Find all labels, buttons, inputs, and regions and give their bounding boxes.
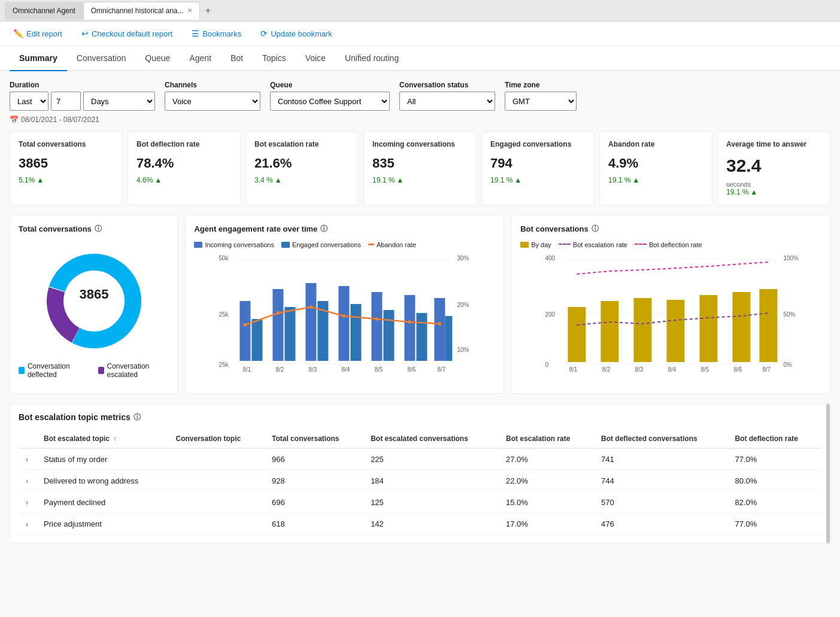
kpi-title: Incoming conversations	[372, 140, 468, 150]
tab-omnichannel-historical[interactable]: Omnichannel historical ana... ✕	[83, 2, 200, 20]
tab-topics[interactable]: Topics	[253, 46, 296, 71]
deflected-cell: 570	[594, 491, 727, 513]
table-row: › Payment declined 696 125 15.0% 570 82.…	[19, 491, 821, 513]
queue-select[interactable]: Contoso Coffee Support	[270, 92, 390, 111]
expand-cell[interactable]: ›	[19, 470, 37, 491]
info-icon[interactable]: ⓘ	[95, 224, 102, 234]
svg-rect-54	[700, 295, 718, 362]
kpi-value: 4.9%	[608, 156, 703, 171]
col-total: Total conversations	[265, 430, 363, 448]
channels-select[interactable]: Voice	[165, 92, 260, 111]
kpi-incoming-conversations: Incoming conversations 835 19.1 % ▲	[363, 131, 477, 205]
col-conv-topic: Conversation topic	[168, 430, 265, 448]
tab-conversation[interactable]: Conversation	[67, 46, 136, 71]
duration-label: Duration	[10, 81, 155, 89]
main-content: Duration Last Days Channels Voice Queue …	[0, 71, 840, 617]
topic-cell: Payment declined	[37, 491, 168, 513]
kpi-subtitle: seconds	[726, 181, 821, 188]
kpi-value: 78.4%	[137, 156, 232, 171]
svg-text:3865: 3865	[79, 287, 108, 302]
tab-voice[interactable]: Voice	[296, 46, 335, 71]
kpi-title: Total conversations	[19, 140, 114, 150]
duration-value-input[interactable]	[51, 92, 81, 111]
tab-bot[interactable]: Bot	[221, 46, 253, 71]
edit-report-label: Edit report	[26, 29, 62, 38]
update-bookmark-label: Update bookmark	[271, 29, 332, 38]
deflection-rate-cell: 82.0%	[727, 491, 821, 513]
browser-tabs: Omnichannel Agent Omnichannel historical…	[0, 0, 840, 22]
edit-icon: ✏️	[13, 29, 23, 38]
svg-rect-52	[634, 298, 652, 362]
svg-point-32	[408, 320, 412, 324]
kpi-value: 32.4	[726, 156, 821, 176]
date-range-text: 08/01/2021 - 08/07/2021	[21, 116, 99, 124]
escalation-rate-cell: 22.0%	[499, 470, 594, 491]
bookmarks-button[interactable]: ☰ Bookmarks	[188, 26, 245, 41]
by-day-color	[520, 242, 529, 248]
new-tab-button[interactable]: +	[200, 2, 217, 19]
col-escalated: Bot escalated conversations	[363, 430, 499, 448]
edit-report-button[interactable]: ✏️ Edit report	[10, 26, 66, 41]
refresh-icon: ⟳	[260, 29, 268, 38]
svg-text:8/6: 8/6	[734, 366, 742, 373]
info-icon[interactable]: ⓘ	[320, 224, 327, 234]
duration-unit-select[interactable]: Days	[83, 92, 155, 111]
kpi-change: 19.1 % ▲	[372, 176, 468, 184]
by-day-label: By day	[531, 241, 551, 248]
filters-row: Duration Last Days Channels Voice Queue …	[10, 81, 830, 111]
col-topic[interactable]: Bot escalated topic ↑	[37, 430, 168, 448]
escalation-rate-cell: 27.0%	[499, 448, 594, 470]
svg-text:25k: 25k	[219, 311, 229, 318]
table-row: › Price adjustment 618 142 17.0% 476 77.…	[19, 513, 821, 534]
kpi-avg-time-to-answer: Average time to answer 32.4 seconds 19.1…	[717, 131, 830, 205]
escalation-rate-cell: 15.0%	[499, 491, 594, 513]
charts-row: Total conversations ⓘ 3865 Conversation	[10, 215, 830, 394]
info-icon[interactable]: ⓘ	[592, 224, 599, 234]
tab-summary[interactable]: Summary	[10, 46, 67, 71]
svg-text:8/5: 8/5	[701, 366, 709, 373]
expand-icon[interactable]: ›	[26, 477, 28, 485]
checkout-report-button[interactable]: ↩ Checkout default report	[78, 26, 176, 41]
svg-rect-21	[372, 292, 383, 361]
col-escalation-rate: Bot escalation rate	[499, 430, 594, 448]
timezone-select[interactable]: GMT	[505, 92, 577, 111]
expand-cell[interactable]: ›	[19, 448, 37, 470]
topic-cell: Delivered to wrong address	[37, 470, 168, 491]
close-icon[interactable]: ✕	[187, 7, 192, 14]
scrollbar[interactable]	[826, 404, 830, 543]
channels-label: Channels	[165, 81, 260, 89]
svg-rect-53	[667, 300, 685, 362]
svg-text:8/4: 8/4	[342, 366, 350, 373]
legend-escalated: Conversation escalated	[98, 362, 169, 379]
escalation-rate-color	[559, 244, 571, 245]
deflection-rate-label: Bot deflection rate	[649, 241, 702, 248]
kpi-change: 4.6% ▲	[137, 176, 232, 184]
update-bookmark-button[interactable]: ⟳ Update bookmark	[257, 26, 336, 41]
expand-icon[interactable]: ›	[26, 455, 28, 464]
incoming-label: Incoming conversations	[205, 241, 274, 248]
info-icon[interactable]: ⓘ	[134, 412, 141, 423]
escalated-cell: 225	[363, 448, 499, 470]
legend-escalation-rate: Bot escalation rate	[559, 241, 627, 248]
svg-text:8/7: 8/7	[438, 366, 446, 373]
tab-unified-routing[interactable]: Unified routing	[335, 46, 408, 71]
tab-agent[interactable]: Agent	[180, 46, 221, 71]
svg-text:200: 200	[545, 311, 556, 318]
conv-topic-cell	[168, 448, 265, 470]
expand-icon[interactable]: ›	[26, 520, 28, 528]
conv-status-select[interactable]: All	[399, 92, 495, 111]
expand-cell[interactable]: ›	[19, 513, 37, 534]
deflected-color	[19, 367, 25, 374]
expand-cell[interactable]: ›	[19, 491, 37, 513]
tab-omnichannel-agent[interactable]: Omnichannel Agent	[5, 2, 83, 20]
kpi-bot-escalation-rate: Bot escalation rate 21.6% 3.4 % ▲	[245, 131, 359, 205]
data-table: Bot escalated topic ↑ Conversation topic…	[19, 430, 821, 535]
queue-filter: Queue Contoso Coffee Support	[270, 81, 390, 111]
tab-queue[interactable]: Queue	[135, 46, 180, 71]
arrow-up-icon: ▲	[632, 176, 639, 184]
legend-abandon: Abandon rate	[368, 241, 416, 248]
duration-prefix-select[interactable]: Last	[10, 92, 48, 111]
expand-icon[interactable]: ›	[26, 499, 28, 507]
kpi-title: Bot deflection rate	[137, 140, 232, 150]
svg-text:10%: 10%	[457, 347, 469, 353]
